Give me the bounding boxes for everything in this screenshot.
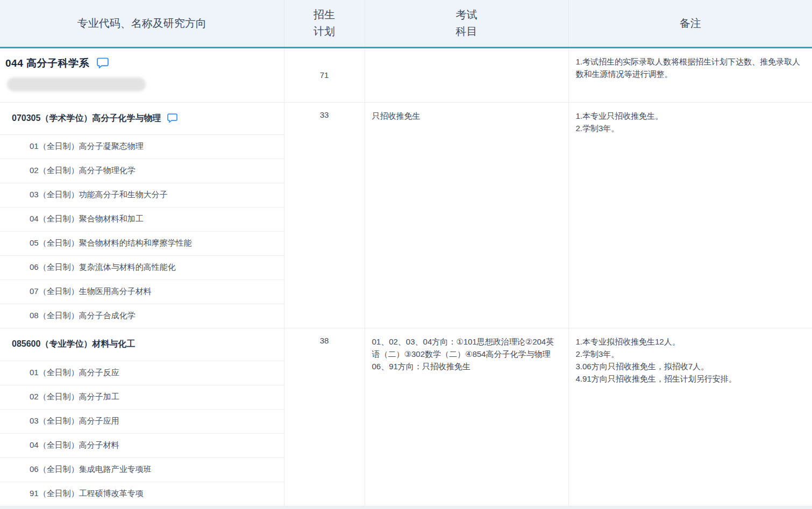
department-name-cell: 044 高分子科学系 [0,47,284,102]
major-title-text: 085600（专业学位）材料与化工 [12,339,135,350]
major-exam-cell: 只招收推免生 [365,102,568,328]
department-comment-button[interactable] [97,58,109,69]
department-remark-cell: 1.考试招生的实际录取人数将根据招生计划下达数、推免录取人数和生源情况等进行调整… [568,47,812,102]
direction-label: 08（全日制）高分子合成化学 [0,304,284,328]
direction-label: 05（全日制）聚合物材料的结构和摩擦学性能 [0,231,284,255]
major-title-text: 070305（学术学位）高分子化学与物理 [12,113,161,124]
direction-label: 01（全日制）高分子反应 [0,361,284,385]
department-title: 044 高分子科学系 [5,56,109,70]
major-remark-cell: 1.本专业拟招收推免生12人。 2.学制3年。 3.06方向只招收推免生，拟招收… [568,328,812,506]
comment-bubble-icon [167,113,177,123]
department-row: 044 高分子科学系 71 1.考试招生的实际录取人数将根据招生计划下 [0,47,812,102]
major-row: 085600（专业学位）材料与化工 38 01、02、03、04方向：①101思… [0,328,812,361]
direction-label: 06（全日制）复杂流体与材料的高性能化 [0,255,284,279]
direction-label: 03（全日制）功能高分子和生物大分子 [0,183,284,207]
department-title-text: 044 高分子科学系 [5,56,89,70]
major-title: 070305（学术学位）高分子化学与物理 [12,113,177,124]
direction-label: 02（全日制）高分子加工 [0,385,284,409]
admissions-table: 专业代码、名称及研究方向 招生 计划 考试 科目 备注 044 高分子科学系 [0,0,812,506]
direction-label: 06（全日制）集成电路产业专项班 [0,457,284,482]
header-plan-column: 招生 计划 [284,0,365,47]
comment-bubble-icon [97,58,109,69]
major-comment-button[interactable] [167,113,177,123]
redacted-text-placeholder [7,77,146,91]
major-remark-cell: 1.本专业只招收推免生。 2.学制3年。 [568,102,812,328]
major-name-cell: 070305（学术学位）高分子化学与物理 [0,102,284,134]
header-exam-column: 考试 科目 [365,0,568,47]
department-plan-cell: 71 [284,47,365,102]
major-title: 085600（专业学位）材料与化工 [12,339,135,350]
major-plan-cell: 38 [284,328,365,506]
major-plan-cell: 33 [284,102,365,328]
direction-label: 91（全日制）工程硕博改革专项 [0,482,284,506]
direction-label: 04（全日制）聚合物材料和加工 [0,207,284,231]
table-header: 专业代码、名称及研究方向 招生 计划 考试 科目 备注 [0,0,812,47]
direction-label: 01（全日制）高分子凝聚态物理 [0,134,284,159]
direction-label: 02（全日制）高分子物理化学 [0,159,284,183]
major-exam-cell: 01、02、03、04方向：①101思想政治理论②204英语（二）③302数学（… [365,328,568,506]
admissions-catalog-page: 专业代码、名称及研究方向 招生 计划 考试 科目 备注 044 高分子科学系 [0,0,812,509]
direction-label: 04（全日制）高分子材料 [0,433,284,457]
header-row: 专业代码、名称及研究方向 招生 计划 考试 科目 备注 [0,0,812,47]
header-major-column: 专业代码、名称及研究方向 [0,0,284,47]
direction-label: 03（全日制）高分子应用 [0,409,284,433]
major-row: 070305（学术学位）高分子化学与物理 33 只招收推免生 1.本专业只招收推… [0,102,812,134]
major-name-cell: 085600（专业学位）材料与化工 [0,328,284,361]
direction-label: 07（全日制）生物医用高分子材料 [0,279,284,304]
department-exam-cell [365,47,568,102]
header-remark-column: 备注 [568,0,812,47]
